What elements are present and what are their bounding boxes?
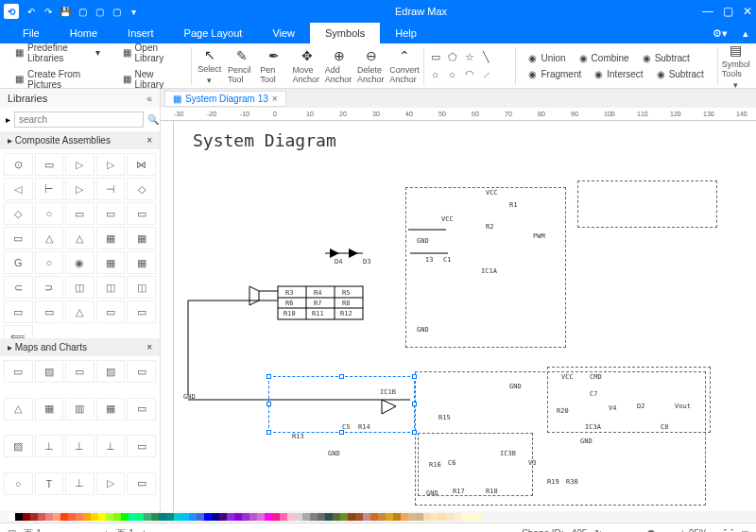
color-swatch[interactable] [423, 513, 431, 521]
shape-item[interactable]: ⊣ [96, 178, 126, 200]
fragment-button[interactable]: ◉ Fragment [524, 67, 585, 81]
shape-item[interactable]: ▥ [65, 398, 94, 420]
open-icon[interactable]: ▢ [93, 5, 106, 18]
shape-pentagon[interactable]: ⬠ [445, 50, 460, 65]
color-swatch[interactable] [8, 513, 15, 521]
refresh-icon[interactable]: ↻ [594, 528, 602, 532]
shape-item[interactable]: ⊥ [96, 435, 126, 457]
shape-item[interactable]: ◫ [127, 276, 156, 299]
shape-item[interactable]: ▭ [65, 202, 94, 225]
color-swatch[interactable] [348, 513, 355, 521]
shape-circle[interactable]: ○ [445, 67, 460, 82]
shape-item[interactable]: ▦ [35, 398, 64, 420]
color-swatch[interactable] [461, 513, 469, 521]
shape-item[interactable]: ⊃ [35, 276, 64, 299]
maximize-button[interactable]: ▢ [723, 5, 733, 18]
color-swatch[interactable] [166, 513, 174, 521]
zoom-out-icon[interactable]: − [610, 528, 615, 532]
shape-item[interactable]: ▭ [4, 300, 33, 323]
subtract-button[interactable]: ◉ Subtract [639, 51, 694, 65]
color-swatch[interactable] [257, 513, 265, 521]
open-library-button[interactable]: ▦ Open Library [119, 41, 181, 65]
color-swatch[interactable] [15, 513, 23, 521]
shape-item[interactable]: ▨ [35, 360, 64, 383]
color-swatch[interactable] [98, 513, 106, 521]
color-swatch[interactable] [83, 513, 91, 521]
tab-symbols[interactable]: Symbols [310, 23, 380, 43]
shape-item[interactable]: ⊢ [35, 178, 64, 200]
shape-item[interactable]: T [35, 472, 64, 495]
search-icon[interactable]: 🔍 [147, 114, 159, 125]
color-swatch[interactable] [129, 513, 136, 521]
color-swatch[interactable] [121, 513, 129, 521]
color-swatch[interactable] [174, 513, 181, 521]
color-swatch[interactable] [60, 513, 68, 521]
color-swatch[interactable] [393, 513, 401, 521]
shape-item[interactable]: ▭ [96, 202, 126, 225]
shape-item[interactable]: ⟸ [4, 325, 33, 338]
shape-item[interactable]: ◇ [127, 178, 156, 200]
pen-tool[interactable]: ✒Pen Tool [260, 48, 288, 84]
page-dropdown-icon[interactable]: ▾ [49, 528, 54, 532]
pencil-tool[interactable]: ✎Pencil Tool [228, 48, 256, 84]
color-swatch[interactable] [287, 513, 295, 521]
tab-help[interactable]: Help [380, 23, 432, 43]
shape-item[interactable]: G [4, 251, 33, 274]
page-prev-icon[interactable]: ◄ [99, 528, 109, 532]
color-swatch[interactable] [476, 513, 484, 521]
color-swatch[interactable] [401, 513, 408, 521]
create-from-pictures-button[interactable]: ▦ Create From Pictures [11, 67, 104, 92]
page-label[interactable]: 页-1 [116, 527, 134, 533]
shape-item[interactable]: ▭ [127, 398, 156, 420]
close-tab-icon[interactable]: × [272, 94, 278, 104]
shape-star[interactable]: ☆ [462, 50, 477, 65]
shape-item[interactable]: ○ [35, 202, 64, 225]
color-swatch[interactable] [151, 513, 159, 521]
shape-item[interactable]: ◇ [4, 202, 33, 225]
shape-item[interactable]: ◁ [4, 178, 33, 200]
new-icon[interactable]: ▢ [76, 5, 89, 18]
shape-item[interactable]: ⊥ [35, 435, 64, 457]
color-swatch[interactable] [363, 513, 370, 521]
undo-icon[interactable]: ↶ [25, 5, 38, 18]
color-swatch[interactable] [454, 513, 461, 521]
union-button[interactable]: ◉ Union [524, 51, 569, 65]
shape-curve[interactable]: ⟋ [479, 67, 494, 82]
shape-item[interactable]: ▭ [35, 153, 64, 176]
color-swatch[interactable] [242, 513, 249, 521]
shape-item[interactable]: ⋈ [127, 153, 156, 176]
subtract2-button[interactable]: ◉ Subtract [653, 67, 708, 81]
color-swatch[interactable] [416, 513, 423, 521]
color-swatch[interactable] [159, 513, 166, 521]
color-swatch[interactable] [144, 513, 151, 521]
color-swatch[interactable] [469, 513, 476, 521]
color-swatch[interactable] [23, 513, 30, 521]
color-swatch[interactable] [219, 513, 227, 521]
color-swatch[interactable] [204, 513, 212, 521]
shape-item[interactable]: ◫ [65, 276, 94, 299]
shape-item[interactable]: ▷ [65, 153, 94, 176]
color-swatch[interactable] [45, 513, 53, 521]
shape-item[interactable]: △ [4, 398, 33, 420]
color-swatch[interactable] [113, 513, 121, 521]
shape-line[interactable]: ╲ [479, 50, 494, 65]
color-swatch[interactable] [234, 513, 242, 521]
shape-item[interactable]: ▦ [127, 251, 156, 274]
shape-item[interactable]: ▦ [96, 227, 126, 249]
color-swatch[interactable] [30, 513, 38, 521]
shape-item[interactable]: ▷ [96, 153, 126, 176]
delete-anchor-tool[interactable]: ⊖Delete Anchor [357, 48, 386, 84]
color-swatch[interactable] [53, 513, 60, 521]
expand-icon[interactable]: ▸ [6, 114, 10, 125]
color-swatch[interactable] [106, 513, 113, 521]
shape-item[interactable]: ▨ [4, 435, 33, 457]
color-swatch[interactable] [76, 513, 83, 521]
save-icon[interactable]: 💾 [59, 5, 72, 18]
shape-arc[interactable]: ◠ [462, 67, 477, 82]
shape-item[interactable]: ▦ [96, 251, 126, 274]
color-swatch[interactable] [333, 513, 340, 521]
tab-view[interactable]: View [257, 23, 310, 43]
new-library-button[interactable]: ▦ New Library [119, 67, 181, 92]
shape-item[interactable]: ⊥ [65, 472, 94, 495]
predefine-libraries-button[interactable]: ▦ Predefine Libraries ▾ [11, 41, 104, 65]
